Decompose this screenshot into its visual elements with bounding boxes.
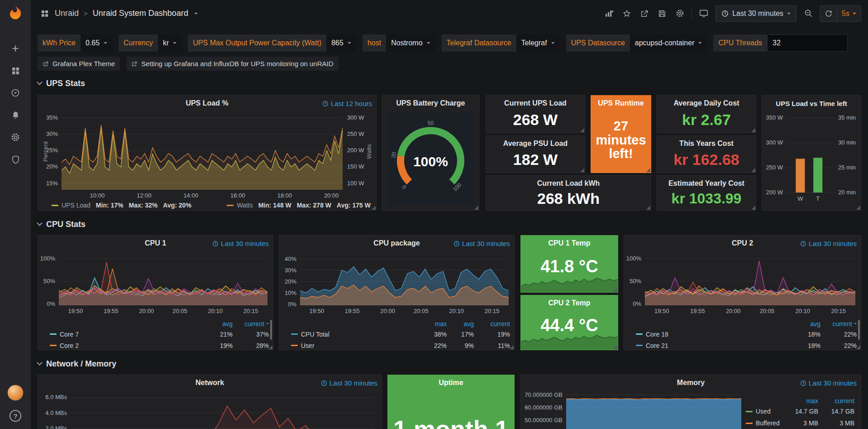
panel-time-range[interactable]: Last 12 hours <box>322 100 372 107</box>
panel-resize-handle[interactable] <box>646 206 650 210</box>
panel-resize-handle[interactable] <box>751 206 755 210</box>
panel-title[interactable]: CPU 1 Temp <box>521 236 618 251</box>
external-link-icon <box>43 61 49 67</box>
legend-row[interactable]: Used 14.7 GB 14.7 GB <box>746 405 854 417</box>
panel-resize-handle[interactable] <box>474 206 478 210</box>
axis-tick: 20:10 <box>202 308 229 314</box>
panel-title[interactable]: Estimated Yearly Cost <box>657 176 756 191</box>
panel-title[interactable]: Average PSU Load <box>486 136 585 151</box>
legend-row[interactable]: Core 18 18% 22% <box>636 328 857 340</box>
axis-tick: 20 min <box>838 189 856 196</box>
panel-resize-handle[interactable] <box>580 128 584 132</box>
panel-resize-handle[interactable] <box>646 168 650 172</box>
variable-value-dropdown[interactable]: Nostromo <box>386 34 435 52</box>
variable-value-dropdown[interactable]: Telegraf <box>516 34 560 52</box>
share-icon[interactable] <box>639 9 649 19</box>
panel-title[interactable]: Current UPS Load <box>486 96 585 111</box>
axis-tick: 350 W <box>766 114 783 121</box>
breadcrumb-title[interactable]: Unraid System Dashboard <box>93 9 188 18</box>
panel-resize-handle[interactable] <box>751 128 755 132</box>
ups-load-chart[interactable]: 35%30%25%20%15%300 W250 W200 W150 W100 W… <box>38 96 376 210</box>
panel-resize-handle[interactable] <box>613 288 617 292</box>
save-icon[interactable] <box>657 9 667 19</box>
panel-title[interactable]: UPS Battery Charge <box>382 96 479 111</box>
legend-column-avg[interactable]: avg <box>447 320 474 328</box>
panel-resize-handle[interactable] <box>751 168 755 172</box>
legend-stat: Min: 17% <box>96 202 124 209</box>
dashboard-settings-gear-icon[interactable] <box>675 9 685 19</box>
zoom-out-icon[interactable] <box>803 9 813 19</box>
help-icon[interactable]: ? <box>10 410 21 422</box>
row-header-network-memory[interactable]: Network / Memory <box>38 358 116 369</box>
legend-series-name[interactable]: Watts <box>237 202 253 209</box>
time-picker[interactable]: Last 30 minutes <box>715 5 796 22</box>
panel-resize-handle[interactable] <box>510 345 514 349</box>
legend-column-current[interactable]: current <box>474 320 510 328</box>
panel-time-range[interactable]: Last 30 minutes <box>800 379 857 387</box>
chevron-down-icon[interactable] <box>194 13 198 14</box>
legend-series-name: Buffered <box>756 419 782 427</box>
legend-row[interactable]: Core 2 19% 28% <box>50 340 269 351</box>
panel-title[interactable]: UPS Load vs Time left <box>762 96 861 111</box>
panel-resize-handle[interactable] <box>580 168 584 172</box>
ups-load-vs-time-chart[interactable]: 350 W300 W250 W200 W35 min30 min25 min20… <box>762 96 861 210</box>
panel-resize-handle[interactable] <box>856 206 860 210</box>
legend-column-avg[interactable]: avg <box>789 320 820 328</box>
legend-row[interactable]: Core 7 21% 37% <box>50 328 269 340</box>
legend-row[interactable]: Buffered 3 MB 3 MB <box>746 417 854 429</box>
configuration-gear-icon[interactable] <box>10 132 21 143</box>
legend-column-max[interactable]: max <box>782 397 818 405</box>
star-icon[interactable] <box>622 9 632 19</box>
row-header-cpu-stats[interactable]: CPU Stats <box>38 219 86 230</box>
panel-title[interactable]: Current Load kWh <box>486 176 651 191</box>
variable-value-dropdown[interactable]: 0.65 <box>81 34 112 52</box>
panel-resize-handle[interactable] <box>372 206 376 210</box>
cycle-view-monitor-icon[interactable] <box>699 9 709 19</box>
refresh-icon[interactable] <box>820 6 837 21</box>
legend-value: 11% <box>474 342 510 349</box>
dashboard-grid-icon[interactable] <box>40 9 50 19</box>
panel-title[interactable]: Average Daily Cost <box>657 96 756 111</box>
legend-series-name[interactable]: UPS Load <box>62 202 91 209</box>
create-icon[interactable] <box>10 43 21 54</box>
panel-time-range[interactable]: Last 30 minutes <box>453 240 510 247</box>
variable-value-dropdown[interactable]: apcupsd-container <box>630 34 707 52</box>
user-avatar[interactable] <box>7 385 24 401</box>
dashboards-icon[interactable] <box>10 65 21 76</box>
legend-scrollbar[interactable] <box>270 320 272 340</box>
panel-resize-handle[interactable] <box>268 345 272 349</box>
legend-column-max[interactable]: max <box>420 320 447 328</box>
legend-table: max avg current CPU Total 38% 17% 19% Us… <box>291 319 510 351</box>
dashboard-link[interactable]: Grafana Plex Theme <box>38 57 120 71</box>
alerting-bell-icon[interactable] <box>10 110 21 121</box>
breadcrumb-section[interactable]: Unraid <box>55 9 79 18</box>
legend-row[interactable]: CPU Total 38% 17% 19% <box>291 328 510 340</box>
panel-title[interactable]: CPU 2 Temp <box>521 295 618 311</box>
grafana-logo[interactable] <box>5 4 25 24</box>
panel-resize-handle[interactable] <box>613 345 617 349</box>
refresh-interval[interactable]: 5s <box>837 6 861 21</box>
clock-icon <box>453 241 460 247</box>
panel-time-range[interactable]: Last 30 minutes <box>800 240 857 247</box>
legend-column-current[interactable]: current <box>820 320 857 328</box>
dashboard-link[interactable]: Setting up Grafana and InfluxDB for UPS … <box>126 57 338 71</box>
legend-row[interactable]: Core 21 18% 22% <box>636 340 857 351</box>
variable-value-dropdown[interactable]: 865 <box>326 34 356 52</box>
panel-title[interactable]: This Years Cost <box>657 136 756 151</box>
panel-time-range[interactable]: Last 30 minutes <box>321 379 377 387</box>
panel-title[interactable]: UPS Runtime <box>591 96 651 111</box>
server-admin-shield-icon[interactable] <box>10 154 21 165</box>
legend-column-current[interactable]: current <box>233 320 269 328</box>
legend-row[interactable]: User 22% 9% 11% <box>291 340 510 351</box>
row-header-ups-stats[interactable]: UPS Stats <box>38 78 85 89</box>
panel-resize-handle[interactable] <box>856 345 860 349</box>
variable-value-dropdown[interactable]: kr <box>158 34 181 52</box>
explore-icon[interactable] <box>10 87 21 98</box>
panel-time-range[interactable]: Last 30 minutes <box>212 240 269 247</box>
add-panel-icon[interactable] <box>604 9 614 19</box>
legend-column-avg[interactable]: avg <box>201 320 233 328</box>
panel-title[interactable]: Uptime <box>388 375 514 390</box>
cpu-threads-input[interactable] <box>767 34 848 52</box>
legend-column-current[interactable]: current <box>818 397 854 405</box>
legend-scrollbar[interactable] <box>858 320 860 340</box>
